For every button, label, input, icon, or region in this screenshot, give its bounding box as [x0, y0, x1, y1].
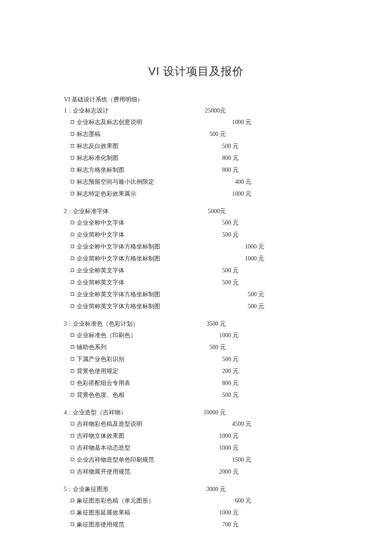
- item-label: 吉祥物彩色稿及造型说明: [71, 418, 142, 430]
- item-price: 500 元: [210, 341, 226, 353]
- list-item: 企业全称英文字体500 元: [64, 265, 239, 277]
- item-label: 企业全称英文字体: [71, 265, 124, 277]
- item-label-text: 标志特定色彩效果展示: [77, 191, 136, 197]
- item-label: 企业简称中文字体: [71, 229, 124, 241]
- list-item: 象征图形彩色稿（单元图形）600 元: [64, 495, 251, 507]
- bullet-icon: [71, 446, 74, 449]
- section-heading-label: 4：企业造型（吉祥物）: [64, 409, 127, 416]
- list-item: 标志预留空间与最小比例限定400 元: [64, 176, 251, 188]
- section-heading: 1：企业标志设计25000元: [64, 107, 226, 115]
- list-item: 企业吉祥物造型单色印刷规范1500 元: [64, 454, 251, 466]
- item-price: 500 元: [210, 128, 226, 140]
- item-price: 500 元: [222, 229, 239, 241]
- section-heading: 5：企业象征图形3000 元: [64, 486, 226, 493]
- section-heading-label: 2：企业标准字体: [64, 208, 109, 215]
- item-label: 标志方格坐标制图: [71, 164, 124, 176]
- item-price: 800 元: [222, 164, 239, 176]
- item-label-text: 企业全称英文字体方格坐标制图: [77, 291, 160, 298]
- bullet-icon: [71, 180, 74, 183]
- list-item: 企业标志及标志创意说明1000 元: [64, 116, 251, 128]
- bullet-icon: [71, 393, 74, 396]
- list-item: 标志特定色彩效果展示1000 元: [64, 188, 251, 200]
- bullet-icon: [71, 381, 74, 384]
- item-label-text: 吉祥物基本动态造型: [77, 445, 130, 451]
- item-price: 1000 元: [219, 507, 239, 519]
- item-label-text: 下属产业色彩识别: [77, 356, 124, 362]
- bullet-icon: [71, 292, 74, 296]
- item-label-text: 企业标准色（印刷色）: [77, 332, 136, 338]
- item-price: 1000 元: [232, 116, 252, 128]
- item-label-text: 企业简称中文字体: [77, 231, 124, 238]
- list-item: 象征图形使用规范700 元: [64, 519, 239, 531]
- item-price: 500 元: [248, 289, 265, 301]
- bullet-icon: [71, 269, 74, 272]
- list-item: 吉祥物彩色稿及造型说明4500 元: [64, 418, 251, 430]
- item-label: 标志预留空间与最小比例限定: [71, 176, 154, 188]
- item-label: 吉祥物立体效果图: [71, 430, 124, 442]
- item-price: 1000 元: [245, 241, 265, 253]
- item-label-text: 标志方格坐标制图: [77, 167, 124, 173]
- item-label: 企业标准色（印刷色）: [71, 330, 136, 341]
- item-label: 标志墨稿: [71, 128, 101, 140]
- list-item: 吉祥物基本动态造型1000 元: [64, 442, 239, 454]
- item-label: 色彩搭配组合专用表: [71, 377, 130, 389]
- item-price: 500 元: [222, 140, 239, 152]
- section-heading-label: 1：企业标志设计: [64, 107, 109, 115]
- item-label: 下属产业色彩识别: [71, 353, 124, 365]
- item-price: 600 元: [235, 495, 252, 507]
- item-label-text: 标志标准化制图: [77, 155, 118, 161]
- list-item: 企业全称中文字体方格坐标制图1000 元: [64, 241, 264, 253]
- item-label-text: 吉祥物彩色稿及造型说明: [77, 421, 142, 427]
- bullet-icon: [71, 369, 74, 373]
- item-label-text: 企业全称英文字体: [77, 267, 124, 274]
- item-price: 700 元: [222, 519, 239, 531]
- item-label: 象征图形使用规范: [71, 519, 124, 531]
- item-label-text: 企业简称中文字体方格坐标制图: [77, 255, 160, 262]
- section-heading-price: 3500 元: [207, 320, 226, 328]
- list-item: 象征图形延展效果稿1000 元: [64, 507, 239, 519]
- bullet-icon: [71, 192, 74, 195]
- list-item: 企业简称英文字体500 元: [64, 277, 239, 289]
- item-price: 1000 元: [219, 442, 239, 454]
- item-label: 辅助色系列: [71, 341, 107, 353]
- item-label-text: 企业简称英文字体方格坐标制图: [77, 303, 160, 309]
- page-title: VI 设计项目及报价: [64, 64, 328, 79]
- item-price: 1500 元: [232, 454, 252, 466]
- item-price: 500 元: [222, 265, 239, 277]
- item-price: 500 元: [222, 277, 239, 289]
- item-label: 象征图形彩色稿（单元图形）: [71, 495, 154, 507]
- section-heading-label: 3：企业标准色（色彩计划）: [64, 320, 138, 328]
- bullet-icon: [71, 221, 74, 224]
- item-label-text: 吉祥物展开使用规范: [77, 468, 130, 475]
- item-price: 1000 元: [232, 188, 252, 200]
- bullet-icon: [71, 458, 74, 461]
- bullet-icon: [71, 120, 74, 124]
- item-price: 200 元: [222, 365, 239, 377]
- item-label-text: 标志反白效果图: [77, 143, 118, 149]
- list-item: 企业标准色（印刷色）1000 元: [64, 330, 239, 341]
- section-heading-label: 5：企业象征图形: [64, 486, 109, 493]
- item-label-text: 象征图形使用规范: [77, 521, 124, 528]
- item-label-text: 标志预留空间与最小比例限定: [77, 179, 154, 185]
- bullet-icon: [71, 156, 74, 159]
- item-label: 企业全称中文字体: [71, 217, 124, 229]
- section-heading-price: 3000 元: [207, 486, 226, 493]
- bullet-icon: [71, 233, 74, 236]
- item-label: 象征图形延展效果稿: [71, 507, 130, 519]
- item-label-text: 企业吉祥物造型单色印刷规范: [77, 457, 154, 463]
- bullet-icon: [71, 144, 74, 147]
- list-item: 标志方格坐标制图800 元: [64, 164, 239, 176]
- list-item: 企业简称中文字体方格坐标制图1000 元: [64, 253, 264, 265]
- section-heading: 2：企业标准字体5000元: [64, 208, 226, 215]
- bullet-icon: [71, 499, 74, 502]
- list-item: 色彩搭配组合专用表800 元: [64, 377, 239, 389]
- bullet-icon: [71, 132, 74, 136]
- list-item: 下属产业色彩识别500 元: [64, 353, 239, 365]
- item-price: 1000 元: [245, 253, 265, 265]
- item-label: 企业简称英文字体: [71, 277, 124, 289]
- item-label: 企业标志及标志创意说明: [71, 116, 142, 128]
- item-label-text: 辅助色系列: [77, 344, 107, 350]
- item-label: 企业吉祥物造型单色印刷规范: [71, 454, 154, 466]
- section-heading: 3：企业标准色（色彩计划）3500 元: [64, 320, 226, 328]
- item-label: 标志特定色彩效果展示: [71, 188, 136, 200]
